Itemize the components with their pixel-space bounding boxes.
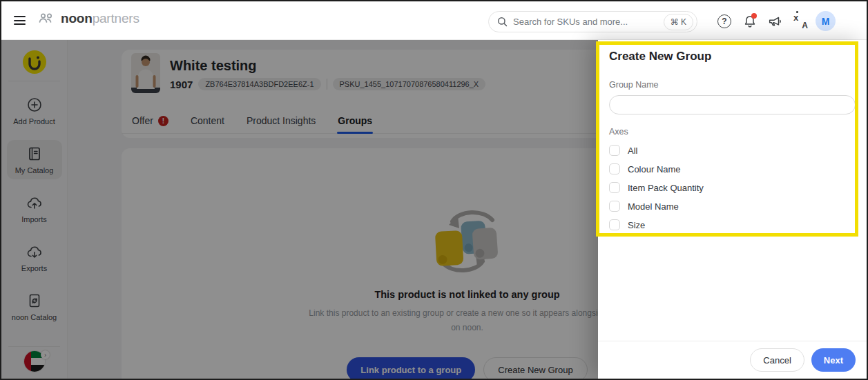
checkbox-label: Colour Name (628, 164, 681, 174)
checkbox-item-pack-quantity[interactable] (609, 182, 620, 193)
checkbox-label: Model Name (628, 201, 679, 212)
app-window: noonpartners ⌘ K ? (0, 0, 868, 380)
axes-option-model-name[interactable]: Model Name (609, 201, 856, 212)
checkbox-size[interactable] (609, 219, 620, 230)
announcements-button[interactable] (766, 12, 784, 30)
help-button[interactable]: ? (715, 12, 733, 30)
checkbox-label: Size (628, 220, 645, 230)
axes-option-all[interactable]: All (609, 145, 856, 156)
cancel-button[interactable]: Cancel (750, 348, 804, 372)
megaphone-icon (767, 14, 782, 29)
checkbox-colour-name[interactable] (609, 163, 620, 174)
search-icon (497, 17, 508, 27)
bell-icon (742, 14, 758, 29)
notifications-button[interactable] (741, 12, 759, 30)
top-header: noonpartners ⌘ K ? (1, 1, 867, 40)
checkbox-label: Item Pack Quantity (628, 183, 704, 193)
people-icon (37, 12, 55, 26)
avatar[interactable]: M (816, 11, 836, 31)
drawer-title: Create New Group (609, 50, 856, 63)
drawer-footer: Cancel Next (598, 341, 867, 379)
axes-label: Axes (609, 127, 856, 137)
help-icon: ? (717, 14, 731, 28)
hamburger-menu-icon[interactable] (14, 16, 26, 25)
next-button[interactable]: Next (811, 348, 856, 372)
axes-option-colour-name[interactable]: Colour Name (609, 163, 856, 174)
modal-overlay (1, 40, 598, 379)
search-input[interactable] (513, 17, 664, 27)
language-button[interactable]: x A (791, 12, 809, 30)
search-bar[interactable]: ⌘ K (488, 11, 697, 32)
brand-text: noonpartners (61, 11, 139, 26)
axes-option-size[interactable]: Size (609, 219, 856, 230)
axes-option-item-pack-quantity[interactable]: Item Pack Quantity (609, 182, 856, 193)
notification-dot (751, 13, 757, 19)
brand-logo[interactable]: noonpartners (37, 11, 139, 26)
axes-options: All Colour Name Item Pack Quantity Model… (609, 145, 856, 230)
checkbox-label: All (628, 146, 637, 156)
checkbox-all[interactable] (609, 145, 620, 156)
group-name-label: Group Name (609, 80, 856, 90)
create-group-drawer: Create New Group Group Name Axes All Col… (598, 40, 867, 379)
checkbox-model-name[interactable] (609, 201, 620, 212)
translate-icon: x A (793, 14, 808, 29)
keyboard-shortcut-badge: ⌘ K (664, 14, 693, 30)
group-name-input[interactable] (609, 95, 856, 114)
